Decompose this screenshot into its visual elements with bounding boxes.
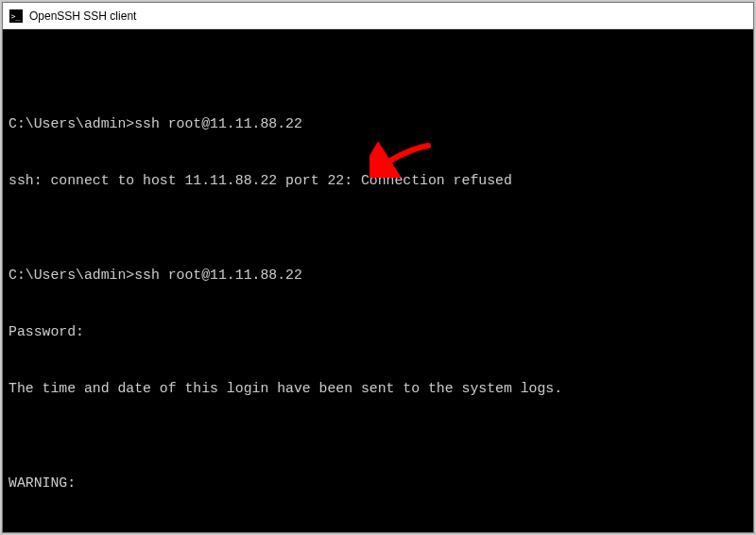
terminal-line: C:\Users\admin>ssh root@11.11.88.22 xyxy=(9,114,747,133)
ssh-app-icon: >_ xyxy=(9,9,24,24)
window-title: OpenSSH SSH client xyxy=(29,9,136,23)
terminal-line: ssh: connect to host 11.11.88.22 port 22… xyxy=(9,171,747,190)
titlebar[interactable]: >_ OpenSSH SSH client xyxy=(3,3,753,29)
terminal-line: WARNING: xyxy=(9,474,747,492)
terminal-line: C:\Users\admin>ssh root@11.11.88.22 xyxy=(9,266,747,285)
annotation-arrow-icon xyxy=(319,121,436,202)
terminal-line: All commands run on the ESXi shell are l… xyxy=(9,530,747,532)
svg-text:>_: >_ xyxy=(11,11,21,20)
terminal-line: Password: xyxy=(9,322,747,341)
app-window: >_ OpenSSH SSH client C:\Users\admin>ssh… xyxy=(2,2,754,533)
terminal-output[interactable]: C:\Users\admin>ssh root@11.11.88.22 ssh:… xyxy=(3,29,753,532)
terminal-line: The time and date of this login have bee… xyxy=(9,379,747,398)
